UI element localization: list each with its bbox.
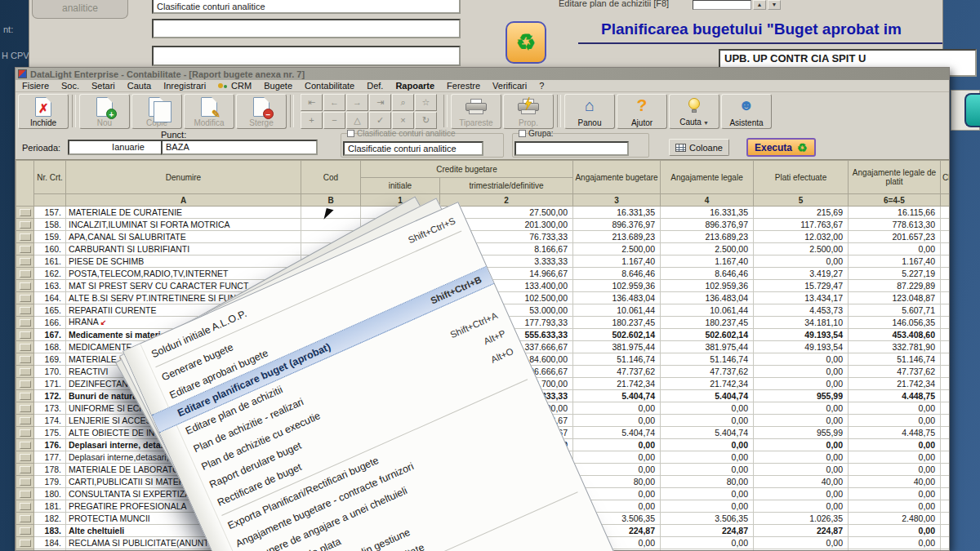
- background-combo-punct[interactable]: ▼: [152, 19, 461, 38]
- row-selector[interactable]: [20, 417, 31, 424]
- row-selector[interactable]: [20, 527, 31, 535]
- row-selector[interactable]: [20, 344, 31, 351]
- row-value: 16.115,66: [849, 207, 941, 219]
- copie-button[interactable]: Copie: [131, 94, 182, 129]
- menu-item-verificari[interactable]: Verificari: [492, 81, 527, 91]
- title-bar[interactable]: DataLight Enterprise - Contabilitate - […: [16, 68, 949, 80]
- grupa-combo[interactable]: ▼: [514, 141, 629, 156]
- menu-item-help[interactable]: ?: [539, 81, 544, 91]
- row-selector[interactable]: [20, 491, 31, 498]
- menu-item-def[interactable]: Def.: [367, 81, 383, 91]
- menu-item-inregistrari[interactable]: Inregistrari: [163, 81, 206, 91]
- spinner-control[interactable]: ▲ ▼: [693, 0, 781, 11]
- tipareste-button[interactable]: Tipareste: [451, 94, 501, 129]
- row-selector[interactable]: [20, 356, 31, 363]
- table-row[interactable]: 159.APA,CANAL SI SALUBRITATE920.200,0076…: [16, 231, 950, 243]
- menu-item-setari[interactable]: Setari: [91, 81, 115, 91]
- clasificatie-combo[interactable]: Clasificatie conturi analitice ▼: [343, 141, 483, 156]
- sterge-button[interactable]: − Sterge: [236, 94, 287, 129]
- row-selector[interactable]: [20, 233, 31, 241]
- nav-post-icon[interactable]: ✓: [369, 112, 391, 129]
- row-number: 173.: [34, 402, 66, 415]
- spin-down-icon[interactable]: ▼: [768, 0, 781, 10]
- table-row[interactable]: 157.MATERIALE DE CURATENIE82.500,0027.50…: [16, 207, 950, 219]
- grupa-caption[interactable]: Grupa:: [519, 129, 554, 138]
- row-selector[interactable]: [20, 319, 31, 327]
- refresh-button[interactable]: ♻: [506, 21, 546, 64]
- nav-edit-icon[interactable]: △: [346, 112, 368, 129]
- row-selector[interactable]: [20, 331, 31, 339]
- row-selector[interactable]: [20, 368, 31, 375]
- asistenta-button[interactable]: ☻ Asistenta: [721, 94, 772, 129]
- teal-button-fragment[interactable]: [964, 93, 980, 127]
- modifica-button[interactable]: ✎ Modifica: [184, 94, 234, 129]
- menu-item-soc[interactable]: Soc.: [61, 81, 79, 91]
- row-value: 80,00: [661, 476, 754, 488]
- nav-remove-icon[interactable]: −: [323, 112, 345, 129]
- row-value: 2.500,00: [754, 243, 849, 256]
- row-selector[interactable]: [20, 429, 31, 437]
- background-combo-clasificatie[interactable]: Clasificatie conturi analitice ▼: [152, 0, 461, 14]
- nav-search-icon[interactable]: ⌕: [392, 94, 414, 111]
- inchide-button[interactable]: ✗ Inchide: [18, 94, 69, 129]
- row-selector[interactable]: [20, 295, 31, 302]
- nav-favorite-icon[interactable]: ☆: [415, 94, 437, 111]
- panou-button[interactable]: ⌂ Panou: [564, 94, 615, 129]
- spin-up-icon[interactable]: ▲: [753, 0, 766, 10]
- row-ch: [941, 207, 950, 219]
- menu-item-contabilitate[interactable]: Contabilitate: [305, 81, 354, 91]
- dropdown-icon[interactable]: ▼: [627, 143, 629, 154]
- prop-button[interactable]: Prop.: [503, 94, 554, 129]
- dropdown-icon[interactable]: ▼: [482, 143, 483, 154]
- row-selector[interactable]: [20, 221, 31, 229]
- row-selector[interactable]: [20, 270, 31, 278]
- nav-last-icon[interactable]: ⇥: [369, 94, 391, 111]
- nav-refresh-icon[interactable]: ↻: [415, 112, 437, 129]
- nav-first-icon[interactable]: ⇤: [301, 94, 323, 111]
- row-selector[interactable]: [20, 442, 31, 449]
- clasificatie-caption[interactable]: Clasificatie conturi analitice: [347, 129, 456, 138]
- row-selector[interactable]: [20, 466, 31, 473]
- menu-item-rapoarte[interactable]: Rapoarte: [395, 81, 434, 91]
- nav-next-icon[interactable]: →: [346, 94, 368, 111]
- checkbox-icon[interactable]: [347, 130, 354, 137]
- table-row[interactable]: 158.INCALZIT,ILUMINAT SI FORTA MOTRICA44…: [16, 219, 950, 231]
- row-selector[interactable]: [20, 380, 31, 388]
- row-selector[interactable]: [20, 503, 31, 510]
- nav-cancel-icon[interactable]: ×: [392, 112, 414, 129]
- row-selector[interactable]: [20, 258, 31, 265]
- row-selector[interactable]: [20, 540, 31, 547]
- executa-button[interactable]: Executa ♻: [746, 138, 816, 157]
- row-selector[interactable]: [20, 478, 31, 486]
- menu-item-fisiere[interactable]: Fisiere: [22, 81, 49, 91]
- checkbox-icon[interactable]: [519, 130, 526, 137]
- dropdown-icon[interactable]: ▼: [316, 141, 318, 153]
- row-ch: [941, 549, 950, 551]
- menu-item-bugete[interactable]: Bugete: [264, 81, 292, 91]
- row-selector[interactable]: [20, 307, 31, 314]
- row-value: 2.500,00: [573, 243, 661, 256]
- row-selector[interactable]: [20, 393, 31, 400]
- background-combo-cpv[interactable]: ▼: [152, 46, 461, 66]
- row-selector[interactable]: [20, 282, 31, 290]
- cauta-button[interactable]: Cauta▼: [669, 94, 719, 129]
- menu-item-crm[interactable]: CRM: [231, 81, 252, 91]
- row-selector[interactable]: [20, 454, 31, 461]
- coloane-button[interactable]: Coloane: [669, 139, 729, 156]
- row-selector[interactable]: [20, 515, 31, 522]
- lightbulb-icon: [684, 96, 704, 116]
- spinner-field[interactable]: [693, 0, 751, 10]
- nou-button[interactable]: + Nou: [79, 94, 130, 129]
- nav-prev-icon[interactable]: ←: [323, 94, 345, 111]
- table-row[interactable]: 160.CARBURANTI SI LUBRIFIANTI97.500,008.…: [16, 243, 950, 256]
- row-number: 171.: [34, 378, 66, 390]
- row-selector[interactable]: [20, 405, 31, 412]
- menu-item-ferestre[interactable]: Ferestre: [447, 81, 480, 91]
- nav-add-icon[interactable]: +: [301, 112, 323, 129]
- ajutor-button[interactable]: ? Ajutor: [617, 94, 667, 129]
- row-number: 167.: [34, 329, 66, 341]
- menu-item-cauta[interactable]: Cauta: [127, 81, 151, 91]
- row-selector[interactable]: [20, 246, 31, 253]
- punct-combo[interactable]: BAZA ▼: [161, 140, 318, 155]
- row-selector[interactable]: [20, 209, 31, 216]
